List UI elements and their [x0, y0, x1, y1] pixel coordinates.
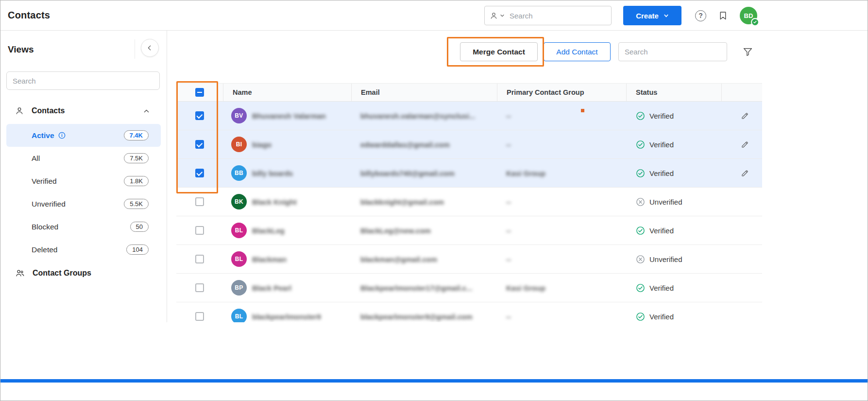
unverified-icon — [636, 255, 645, 264]
sidebar-view-item[interactable]: Deleted 104 — [6, 238, 161, 261]
user-avatar[interactable]: BD — [740, 7, 757, 24]
table-row[interactable]: BP Black Pearl Blackpearlmonster17@gmail… — [176, 274, 762, 302]
global-search-input[interactable] — [510, 12, 606, 20]
table-body: BV Bhuvanesh Valarman bhuvanesh.valarman… — [176, 102, 762, 322]
create-button-label: Create — [636, 12, 659, 20]
group-cell: -- — [497, 130, 626, 158]
sidebar-view-list: Active 7.4K All 7.5K Verified 1.8K Unver… — [0, 124, 167, 261]
row-checkbox[interactable] — [195, 140, 204, 149]
status-text: Verified — [649, 227, 674, 235]
topbar: Contacts Create ? B — [0, 0, 868, 31]
status-cell: Verified — [626, 159, 721, 187]
create-button[interactable]: Create — [623, 6, 681, 25]
contact-name[interactable]: billy boards — [252, 169, 293, 177]
filter-icon[interactable] — [743, 47, 753, 57]
contact-name[interactable]: Black Knight — [252, 198, 297, 206]
sidebar-view-item[interactable]: Verified 1.8K — [6, 170, 161, 192]
status-text: Verified — [649, 169, 674, 177]
list-search — [618, 42, 727, 61]
sidebar-section-contact-groups[interactable]: Contact Groups — [0, 263, 167, 283]
sidebar-section-contacts[interactable]: Contacts — [0, 101, 167, 121]
name-cell: BL BlackLeg — [223, 216, 351, 244]
contact-group: -- — [506, 255, 511, 263]
column-header-status[interactable]: Status — [626, 84, 721, 101]
sidebar-view-item[interactable]: Unverified 5.5K — [6, 192, 161, 215]
group-cell: -- — [497, 216, 626, 244]
contact-name[interactable]: biago — [252, 140, 272, 149]
contact-name[interactable]: blackpearlmonster9 — [252, 313, 321, 321]
verified-icon — [636, 169, 645, 178]
view-count-badge: 1.8K — [124, 176, 149, 186]
chevron-up-icon[interactable] — [143, 108, 150, 114]
help-icon[interactable]: ? — [695, 10, 706, 21]
row-checkbox[interactable] — [195, 283, 204, 292]
table-row[interactable]: BL Blackman blackman@gmail.com -- Unveri… — [176, 245, 762, 274]
row-checkbox[interactable] — [195, 255, 204, 263]
action-cell — [721, 188, 762, 216]
select-all-checkbox[interactable] — [195, 88, 204, 97]
table-row[interactable]: BB billy boards billyboards740@gmail.com… — [176, 159, 762, 188]
contact-email: billyboards740@gmail.com — [360, 169, 455, 177]
group-cell: -- — [497, 245, 626, 273]
row-checkbox-cell — [176, 216, 223, 244]
action-cell — [721, 274, 762, 302]
row-checkbox[interactable] — [195, 169, 204, 177]
person-icon — [15, 106, 24, 115]
global-search[interactable] — [484, 6, 612, 25]
email-cell: edwarddallas@gmail.com — [351, 130, 497, 158]
view-count-badge: 104 — [126, 244, 149, 255]
contact-avatar: BB — [231, 165, 247, 181]
column-header-name[interactable]: Name — [223, 84, 351, 101]
collapse-sidebar-button[interactable] — [141, 39, 159, 57]
info-icon[interactable] — [58, 132, 66, 139]
edit-pencil-icon[interactable] — [741, 112, 749, 120]
email-cell: Blackpearlmonster17@gmail.c... — [351, 274, 497, 302]
row-checkbox-cell — [176, 159, 223, 187]
bookmark-icon[interactable] — [718, 11, 728, 21]
name-cell: BP Black Pearl — [223, 274, 351, 302]
verified-icon — [636, 226, 645, 235]
column-header-email[interactable]: Email — [351, 84, 497, 101]
row-checkbox[interactable] — [195, 312, 204, 321]
column-header-group[interactable]: Primary Contact Group — [497, 84, 626, 101]
contact-avatar: BL — [231, 223, 247, 238]
verified-icon — [636, 140, 645, 149]
view-count-badge: 5.5K — [124, 199, 149, 209]
email-cell: bhuvanesh.valarman@synclusi... — [351, 102, 497, 130]
group-cell: Kasi Group — [497, 159, 626, 187]
sidebar-search-input[interactable] — [6, 71, 160, 90]
contact-avatar: BL — [231, 251, 247, 267]
table-row[interactable]: BL blackpearlmonster9 blackpearlmonster9… — [176, 302, 762, 322]
status-text: Verified — [649, 284, 674, 292]
search-scope-person-icon[interactable] — [490, 12, 498, 20]
select-all-cell — [176, 84, 223, 101]
contacts-page: Contacts Create ? B — [0, 0, 868, 401]
contact-name[interactable]: BlackLeg — [252, 227, 285, 235]
status-text: Verified — [649, 140, 674, 149]
email-cell: billyboards740@gmail.com — [351, 159, 497, 187]
edit-pencil-icon[interactable] — [741, 140, 749, 149]
sidebar-view-item[interactable]: Active 7.4K — [6, 124, 161, 147]
views-sidebar: Views Contacts Active 7.4K All 7.5K Veri… — [0, 31, 167, 322]
contact-name[interactable]: Blackman — [252, 255, 287, 263]
view-label: Blocked — [32, 223, 58, 231]
table-row[interactable]: BI biago edwarddallas@gmail.com -- Verif… — [176, 130, 762, 159]
chevron-down-icon[interactable] — [500, 13, 505, 18]
group-cell: Kasi Group — [497, 274, 626, 302]
name-cell: BB billy boards — [223, 159, 351, 187]
contact-avatar: BK — [231, 194, 247, 209]
table-row[interactable]: BV Bhuvanesh Valarman bhuvanesh.valarman… — [176, 102, 762, 130]
row-checkbox[interactable] — [195, 111, 204, 120]
edit-pencil-icon[interactable] — [741, 169, 749, 177]
contact-name[interactable]: Bhuvanesh Valarman — [252, 112, 326, 120]
sidebar-view-item[interactable]: All 7.5K — [6, 147, 161, 170]
list-search-input[interactable] — [618, 42, 727, 61]
sidebar-view-item[interactable]: Blocked 50 — [6, 215, 161, 238]
merge-contact-button[interactable]: Merge Contact — [460, 42, 538, 61]
row-checkbox[interactable] — [195, 197, 204, 206]
row-checkbox[interactable] — [195, 226, 204, 235]
add-contact-button[interactable]: Add Contact — [544, 42, 611, 61]
contact-name[interactable]: Black Pearl — [252, 284, 291, 292]
table-row[interactable]: BL BlackLeg BlackLeg@new.com -- Verified — [176, 216, 762, 245]
table-row[interactable]: BK Black Knight blackknight@gmail.com --… — [176, 188, 762, 216]
